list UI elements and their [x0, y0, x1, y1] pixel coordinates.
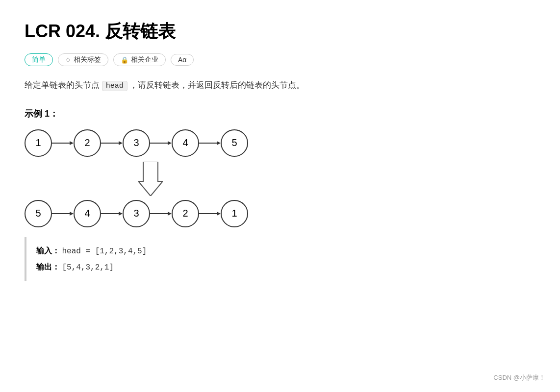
top-list-row: 1 2 3 4 5 [25, 129, 535, 157]
arrow-2-3 [101, 138, 123, 148]
node-1: 1 [25, 129, 52, 157]
node-3: 3 [123, 129, 150, 157]
arrow-b-4-3 [101, 209, 123, 219]
svg-marker-8 [138, 162, 163, 196]
svg-marker-10 [70, 212, 74, 216]
description-after: ，请反转链表，并返回反转后的链表的头节点。 [127, 80, 305, 90]
down-arrow-row [25, 162, 535, 196]
description-before: 给定单链表的头节点 [25, 80, 102, 90]
arrow-3-4 [150, 138, 172, 148]
node-4: 4 [172, 129, 199, 157]
tag-related-companies[interactable]: 🔒 相关企业 [113, 53, 166, 66]
example-title: 示例 1： [25, 108, 535, 120]
example-box: 输入： head = [1,2,3,4,5] 输出： [5,4,3,2,1] [25, 237, 535, 281]
node-b-1: 1 [221, 200, 248, 227]
svg-marker-16 [217, 212, 221, 216]
node-b-3: 3 [123, 200, 150, 227]
tags-row: 简单 ♢ 相关标签 🔒 相关企业 Aα [25, 53, 535, 66]
svg-marker-14 [168, 212, 172, 216]
code-head: head [102, 81, 127, 91]
arrow-b-2-1 [199, 209, 221, 219]
input-value: head = [1,2,3,4,5] [62, 247, 147, 256]
lock-icon: 🔒 [121, 56, 128, 64]
tag-simple[interactable]: 简单 [25, 53, 53, 66]
output-label: 输出： [36, 263, 60, 271]
arrow-1-2 [52, 138, 74, 148]
tag-related-tags[interactable]: ♢ 相关标签 [58, 53, 108, 66]
arrow-4-5 [199, 138, 221, 148]
node-b-2: 2 [172, 200, 199, 227]
input-label: 输入： [36, 246, 60, 255]
svg-marker-5 [168, 141, 172, 145]
page-title: LCR 024. 反转链表 [25, 20, 535, 44]
arrow-b-3-2 [150, 209, 172, 219]
font-icon: Aα [178, 56, 186, 64]
tag-font[interactable]: Aα [171, 54, 194, 66]
down-arrow-svg [138, 162, 163, 196]
svg-marker-7 [217, 141, 221, 145]
node-5: 5 [221, 129, 248, 157]
tag-related-label: 相关标签 [74, 55, 101, 64]
watermark: CSDN @小萨摩！ [493, 373, 545, 382]
description: 给定单链表的头节点 head ，请反转链表，并返回反转后的链表的头节点。 [25, 78, 535, 93]
arrow-b-5-4 [52, 209, 74, 219]
diagram-container: 示例 1： 1 2 3 4 5 5 [25, 108, 535, 281]
tag-companies-label: 相关企业 [131, 55, 158, 64]
node-b-5: 5 [25, 200, 52, 227]
node-2: 2 [74, 129, 101, 157]
svg-marker-3 [119, 141, 123, 145]
svg-marker-12 [119, 212, 123, 216]
svg-marker-1 [70, 141, 74, 145]
input-line: 输入： head = [1,2,3,4,5] [36, 243, 526, 259]
node-b-4: 4 [74, 200, 101, 227]
bottom-list-row: 5 4 3 2 1 [25, 200, 535, 227]
output-line: 输出： [5,4,3,2,1] [36, 259, 526, 275]
output-value: [5,4,3,2,1] [62, 263, 114, 272]
tag-icon: ♢ [65, 56, 71, 64]
